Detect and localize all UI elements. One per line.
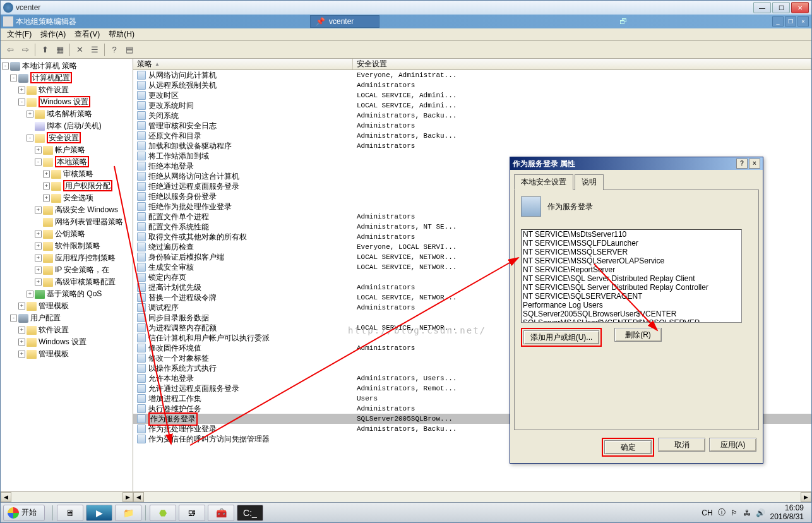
tree-node-scripts[interactable]: 脚本 (启动/关机) bbox=[1, 120, 133, 132]
menu-action[interactable]: 操作(A) bbox=[37, 28, 69, 41]
mdi-minimize-button[interactable]: _ bbox=[772, 16, 784, 27]
tree-node-qos[interactable]: +基于策略的 QoS bbox=[1, 288, 133, 300]
tree-node-name_resolution[interactable]: +域名解析策略 bbox=[1, 108, 133, 120]
menu-help[interactable]: 帮助(H) bbox=[105, 28, 138, 41]
toolbar-back-button[interactable]: ⇦ bbox=[3, 43, 17, 57]
tab-explain[interactable]: 说明 bbox=[575, 174, 604, 190]
listbox-item[interactable]: NT SERVICE\MSSQLServerOLAPService bbox=[522, 256, 741, 265]
tree-horizontal-scrollbar[interactable]: ◀▶ bbox=[1, 491, 133, 502]
tree-node-windows_settings_u[interactable]: +Windows 设置 bbox=[1, 336, 133, 348]
tray-action-center-icon[interactable]: 🏳 bbox=[731, 508, 738, 517]
tree-expander-icon[interactable]: + bbox=[35, 231, 42, 237]
listbox-item[interactable]: SQLServer2005SQLBrowserUser$VCENTER bbox=[522, 310, 741, 318]
clock[interactable]: 16:09 2016/8/31 bbox=[770, 504, 804, 520]
tree-node-admin_templates_u[interactable]: +管理模板 bbox=[1, 348, 133, 360]
mdi-close-button[interactable]: × bbox=[797, 16, 809, 27]
tree-expander-icon[interactable]: + bbox=[27, 291, 33, 298]
tree-node-root[interactable]: -本地计算机 策略 bbox=[1, 60, 133, 72]
tree-node-public_key[interactable]: +公钥策略 bbox=[1, 228, 133, 240]
tree-expander-icon[interactable]: - bbox=[10, 315, 17, 322]
listbox-item[interactable]: NT SERVICE\MSSQLFDLauncher bbox=[522, 239, 741, 248]
policy-row[interactable]: 更改系统时间LOCAL SERVICE, Admini... bbox=[133, 100, 811, 111]
tray-network-icon[interactable]: 🖧 bbox=[743, 508, 751, 517]
policy-row[interactable]: 更改时区LOCAL SERVICE, Admini... bbox=[133, 90, 811, 100]
ime-indicator[interactable]: CH bbox=[702, 508, 712, 517]
tree-node-admin_templates_c[interactable]: +管理模板 bbox=[1, 300, 133, 312]
tree-node-software_settings_u[interactable]: +软件设置 bbox=[1, 324, 133, 336]
tree-expander-icon[interactable]: + bbox=[27, 111, 33, 117]
tree-expander-icon[interactable]: - bbox=[18, 99, 25, 105]
tree-node-account_policies[interactable]: +帐户策略 bbox=[1, 144, 133, 156]
dialog-help-button[interactable]: ? bbox=[736, 159, 748, 169]
column-security-setting[interactable]: 安全设置 bbox=[353, 59, 811, 69]
tree-node-adv_security[interactable]: +高级安全 Windows bbox=[1, 204, 133, 216]
policy-row[interactable]: 加载和卸载设备驱动程序Administrators bbox=[133, 141, 811, 151]
tree-expander-icon[interactable]: + bbox=[35, 255, 42, 262]
tray-help-icon[interactable]: ⓘ bbox=[718, 507, 725, 518]
taskbar-toolbox-icon[interactable]: 🧰 bbox=[208, 505, 234, 521]
taskbar-mmc-icon[interactable]: 🖳 bbox=[179, 505, 205, 521]
tree-expander-icon[interactable]: + bbox=[35, 147, 42, 153]
tab-local-security-setting[interactable]: 本地安全设置 bbox=[514, 174, 573, 190]
close-button[interactable]: ✕ bbox=[791, 2, 809, 13]
tree-expander-icon[interactable]: + bbox=[18, 351, 25, 358]
menu-file[interactable]: 文件(F) bbox=[3, 28, 35, 41]
listbox-item[interactable]: NT SERVICE\ReportServer bbox=[522, 265, 741, 274]
mdi-document-tab[interactable]: 📌 vcenter bbox=[310, 15, 379, 28]
apply-button[interactable]: 应用(A) bbox=[709, 438, 756, 452]
listbox-item[interactable]: NT SERVICE\SQL Server Distributed Replay… bbox=[522, 274, 741, 283]
tree-node-local_policies[interactable]: -本地策略 bbox=[1, 156, 133, 168]
tree-node-computer_config[interactable]: -计算机配置 bbox=[1, 72, 133, 84]
listbox-item[interactable]: NT SERVICE\MSSQLSERVER bbox=[522, 248, 741, 256]
menu-view[interactable]: 查看(V) bbox=[71, 28, 104, 41]
tree-node-user_rights[interactable]: +用户权限分配 bbox=[1, 180, 133, 192]
toolbar-properties-button[interactable]: ☰ bbox=[88, 43, 102, 57]
mdi-restore-button[interactable]: ❐ bbox=[785, 16, 796, 27]
tree-expander-icon[interactable]: + bbox=[43, 171, 50, 177]
tree-expander-icon[interactable]: + bbox=[35, 267, 42, 274]
policy-row[interactable]: 关闭系统Administrators, Backu... bbox=[133, 111, 811, 121]
add-user-or-group-button[interactable]: 添加用户或组(U)... bbox=[523, 330, 599, 344]
tree-node-windows_settings[interactable]: -Windows 设置 bbox=[1, 96, 133, 108]
tree-expander-icon[interactable]: - bbox=[10, 75, 17, 81]
tree-expander-icon[interactable]: + bbox=[43, 195, 50, 201]
tree-node-app_control[interactable]: +应用程序控制策略 bbox=[1, 252, 133, 264]
column-policy[interactable]: 策略▲ bbox=[133, 59, 353, 69]
policy-row[interactable]: 从远程系统强制关机Administrators bbox=[133, 80, 811, 90]
listbox-item[interactable]: NT SERVICE\MsDtsServer110 bbox=[522, 230, 741, 239]
tree-node-ip_security[interactable]: +IP 安全策略，在 bbox=[1, 264, 133, 276]
taskbar-explorer-icon[interactable]: 📁 bbox=[115, 505, 141, 521]
listbox-item[interactable]: Performance Log Users bbox=[522, 301, 741, 310]
toolbar-up-button[interactable]: ⬆ bbox=[38, 43, 52, 57]
users-listbox[interactable]: NT SERVICE\MsDtsServer110NT SERVICE\MSSQ… bbox=[521, 229, 742, 323]
ok-button[interactable]: 确定 bbox=[604, 440, 652, 454]
dialog-close-button[interactable]: × bbox=[749, 159, 760, 169]
tree-node-network_list[interactable]: 网络列表管理器策略 bbox=[1, 216, 133, 228]
listbox-item[interactable]: NT SERVICE\SQL Server Distributed Replay… bbox=[522, 283, 741, 292]
tree-node-adv_audit[interactable]: +高级审核策略配置 bbox=[1, 276, 133, 288]
dialog-titlebar[interactable]: 作为服务登录 属性 ? × bbox=[510, 157, 763, 170]
tree-expander-icon[interactable]: - bbox=[27, 135, 33, 141]
taskbar-cmd-icon[interactable]: C:_ bbox=[237, 505, 263, 521]
tree-expander-icon[interactable]: + bbox=[18, 303, 25, 310]
list-horizontal-scrollbar[interactable]: ◀▶ bbox=[133, 491, 811, 502]
toolbar-forward-button[interactable]: ⇨ bbox=[18, 43, 32, 57]
policy-row[interactable]: 还原文件和目录Administrators, Backu... bbox=[133, 131, 811, 141]
tree-node-user_config[interactable]: -用户配置 bbox=[1, 312, 133, 324]
remove-button[interactable]: 删除(R) bbox=[614, 328, 662, 342]
tray-sound-icon[interactable]: 🔊 bbox=[756, 508, 765, 517]
tree-node-security_options[interactable]: +安全选项 bbox=[1, 192, 133, 204]
tree-expander-icon[interactable]: + bbox=[35, 207, 42, 213]
policy-row[interactable]: 从网络访问此计算机Everyone, Administrat... bbox=[133, 70, 811, 80]
tree-expander-icon[interactable]: + bbox=[35, 243, 42, 249]
taskbar-powershell-icon[interactable]: ▶ bbox=[86, 505, 112, 521]
toolbar-show-hide-button[interactable]: ▦ bbox=[53, 43, 67, 57]
tree-expander-icon[interactable]: + bbox=[43, 183, 50, 189]
tree-expander-icon[interactable]: - bbox=[2, 63, 9, 69]
toolbar-export-button[interactable]: ✕ bbox=[73, 43, 87, 57]
listbox-item[interactable]: SQLServerMSASUser$VCENTER$MSSQLSERVER bbox=[522, 318, 741, 323]
tree-expander-icon[interactable]: + bbox=[35, 279, 42, 286]
taskbar-server-manager-icon[interactable]: 🖥 bbox=[57, 505, 83, 521]
listbox-item[interactable]: NT SERVICE\SQLSERVERAGENT bbox=[522, 292, 741, 301]
toolbar-help-button[interactable]: ? bbox=[107, 43, 121, 57]
